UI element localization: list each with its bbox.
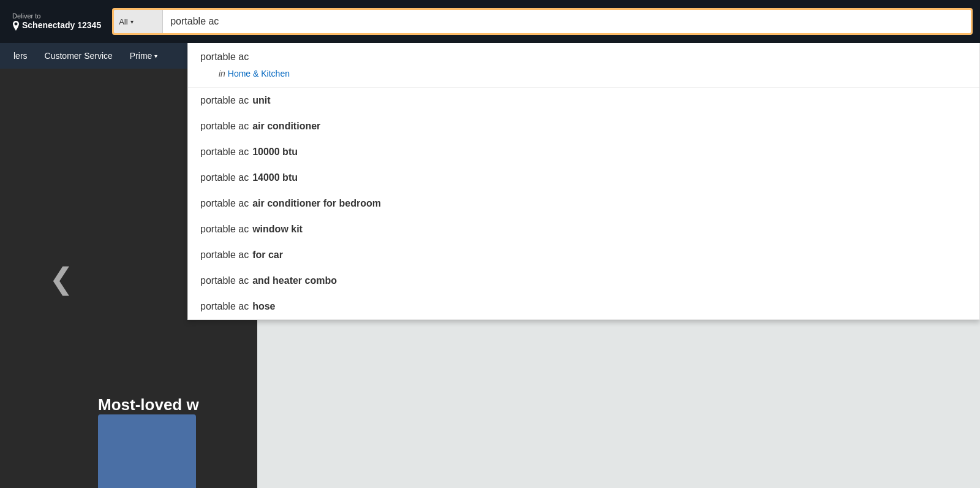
autocomplete-item-5[interactable]: portable ac 14000 btu [188, 165, 979, 191]
chevron-down-icon: ▾ [130, 18, 134, 25]
suggestion-bold-8: for car [252, 250, 283, 261]
suggestion-base-2: portable ac [200, 95, 249, 106]
prime-chevron-icon: ▾ [154, 53, 157, 59]
autocomplete-item-1[interactable]: portable ac [188, 43, 979, 66]
in-label: in [219, 69, 225, 78]
suggestion-base-5: portable ac [200, 172, 249, 183]
autocomplete-sub-category: in Home & Kitchen [188, 66, 979, 87]
suggestion-bold-5: 14000 btu [252, 172, 298, 183]
deliver-label: Deliver to [12, 12, 101, 20]
prime-label: Prime [130, 51, 153, 61]
search-input[interactable] [163, 10, 971, 33]
sellers-label: lers [13, 51, 28, 61]
suggestion-base-7: portable ac [200, 224, 249, 235]
suggestion-bold-4: 10000 btu [252, 147, 298, 158]
customer-service-label: Customer Service [45, 51, 113, 61]
autocomplete-item-7[interactable]: portable ac window kit [188, 216, 979, 242]
product-thumbnail [98, 414, 196, 488]
suggestion-bold-10: hose [252, 301, 275, 312]
sidebar-item-customer-service[interactable]: Customer Service [37, 46, 120, 66]
suggestion-base-8: portable ac [200, 250, 249, 261]
suggestion-bold-9: and heater combo [252, 275, 337, 286]
category-label: All [119, 17, 127, 26]
suggestion-bold-7: window kit [252, 224, 303, 235]
location-pin-icon [12, 21, 20, 31]
autocomplete-item-2[interactable]: portable ac unit [188, 88, 979, 113]
search-bar: All ▾ [112, 8, 973, 35]
suggestion-base-6: portable ac [200, 198, 249, 209]
suggestion-base-4: portable ac [200, 147, 249, 158]
suggestion-base-3: portable ac [200, 121, 249, 132]
autocomplete-item-3[interactable]: portable ac air conditioner [188, 113, 979, 139]
most-loved-text: Most-loved w [98, 395, 199, 414]
search-category-selector[interactable]: All ▾ [114, 10, 163, 33]
autocomplete-item-8[interactable]: portable ac for car [188, 242, 979, 268]
suggestion-bold-6: air conditioner for bedroom [252, 198, 381, 209]
carousel-prev-arrow[interactable]: ❮ [49, 261, 74, 295]
sub-category-link[interactable]: Home & Kitchen [228, 69, 290, 78]
suggestion-text-1: portable ac [200, 51, 249, 62]
suggestion-base-9: portable ac [200, 275, 249, 286]
suggestion-base-10: portable ac [200, 301, 249, 312]
autocomplete-item-4[interactable]: portable ac 10000 btu [188, 139, 979, 165]
sidebar-item-prime[interactable]: Prime ▾ [123, 46, 165, 66]
suggestion-bold-3: air conditioner [252, 121, 320, 132]
autocomplete-dropdown: portable ac in Home & Kitchen portable a… [187, 43, 980, 320]
deliver-to[interactable]: Deliver to Schenectady 12345 [7, 9, 106, 34]
autocomplete-item-6[interactable]: portable ac air conditioner for bedroom [188, 191, 979, 216]
autocomplete-item-10[interactable]: portable ac hose [188, 294, 979, 319]
deliver-location: Schenectady 12345 [12, 20, 101, 31]
autocomplete-item-9[interactable]: portable ac and heater combo [188, 268, 979, 294]
header: Deliver to Schenectady 12345 All ▾ [0, 0, 980, 43]
sidebar-item-sellers[interactable]: lers [6, 46, 35, 66]
suggestion-bold-2: unit [252, 95, 270, 106]
